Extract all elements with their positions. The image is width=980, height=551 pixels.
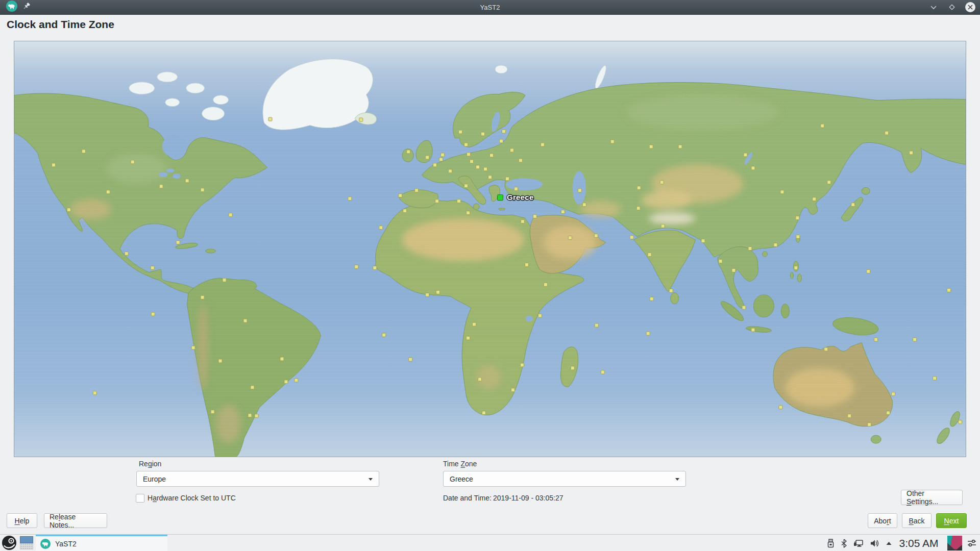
hardware-clock-label: Hardware Clock Set to UTC [148,494,236,502]
timezone-dropdown[interactable]: Greece [443,471,686,487]
volume-icon[interactable] [870,539,879,548]
bluetooth-icon[interactable] [841,539,847,548]
close-icon[interactable] [965,2,976,13]
other-settings-button[interactable]: Other Settings... [901,490,963,505]
minimize-icon[interactable] [928,2,939,13]
titlebar: YaST2 [0,0,980,15]
task-button-label: YaST2 [55,540,77,548]
selected-marker-square [497,195,503,201]
timezone-value: Greece [450,475,473,483]
next-button[interactable]: Next [936,513,967,528]
help-button[interactable]: Help [7,513,37,528]
application-launcher-icon[interactable] [2,535,17,550]
timezone-label: Time Zone [443,460,477,468]
back-button[interactable]: Back [902,513,932,528]
abort-button[interactable]: Abort [868,513,897,528]
region-value: Europe [143,475,166,483]
region-dropdown[interactable]: Europe [136,471,379,487]
taskbar-clock[interactable]: 3:05 AM [892,535,945,551]
yast-task-icon [40,539,51,549]
timezone-map[interactable]: Greece [14,41,966,457]
settings-sliders-icon[interactable] [967,538,977,550]
datetime-value: 2019-11-09 - 03:05:27 [493,494,564,502]
pager-inactive-desktop[interactable] [20,543,33,549]
chevron-down-icon [675,478,679,481]
task-button-yast2[interactable]: YaST2 [36,535,167,551]
page-title: Clock and Time Zone [7,18,114,31]
pager-active-desktop[interactable] [20,536,33,543]
desktop-preview-widget[interactable] [947,536,962,550]
expand-tray-icon[interactable] [886,541,892,546]
chevron-down-icon [369,478,373,481]
removable-device-icon[interactable] [827,539,835,548]
datetime-label: Date and Time: [443,494,492,502]
window-title: YaST2 [0,4,980,11]
hardware-clock-checkbox[interactable] [136,494,144,503]
selected-marker-label: Greece [507,193,534,202]
taskbar: YaST2 [0,534,980,551]
release-notes-button[interactable]: Release Notes... [44,513,107,528]
region-label: Region [139,460,161,468]
pager-widget[interactable] [20,536,33,549]
network-icon[interactable] [853,539,864,548]
maximize-icon[interactable] [946,2,958,13]
